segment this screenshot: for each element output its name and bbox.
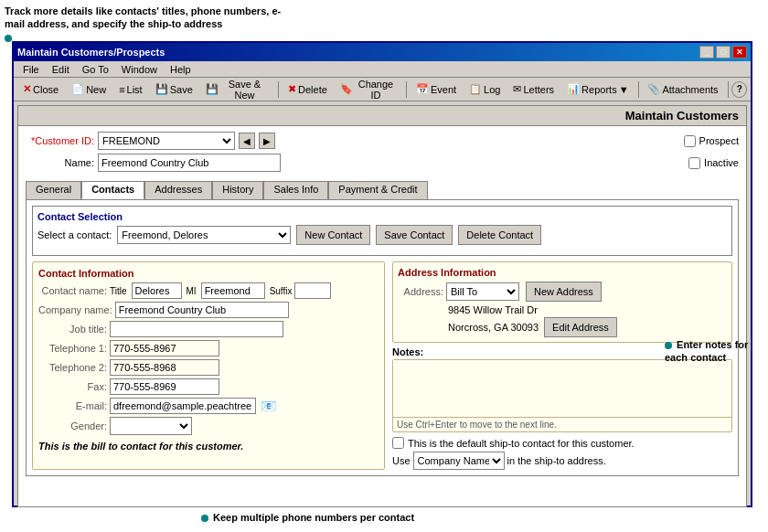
titlebar: Maintain Customers/Prospects _ □ ✕ — [14, 43, 751, 61]
menu-file[interactable]: File — [17, 63, 45, 76]
save-button[interactable]: 💾 Save — [150, 80, 198, 100]
customer-id-label: *Customer ID: — [26, 135, 94, 146]
window-title: Maintain Customers/Prospects — [17, 47, 699, 58]
toolbar: ✕ Close 📄 New ≡ List 💾 Save 💾 Save & New… — [14, 78, 751, 101]
close-button[interactable]: ✕ Close — [17, 80, 64, 100]
select-contact-label: Select a contact: — [37, 229, 112, 240]
letters-button[interactable]: ✉ Letters — [507, 80, 560, 100]
telephone1-input[interactable] — [110, 340, 219, 356]
email-label: E-mail: — [38, 400, 107, 411]
fax-row: Fax: — [38, 378, 379, 395]
save-new-icon: 💾 — [206, 83, 219, 95]
list-icon: ≡ — [119, 84, 124, 95]
attachments-button[interactable]: 📎 Attachments — [642, 80, 723, 100]
address-line2-row: Norcross, GA 30093 Edit Address — [448, 317, 727, 337]
right-column: Address Information Address: Bill To New… — [392, 261, 732, 470]
address-line2: Norcross, GA 30093 — [448, 322, 539, 333]
name-input[interactable] — [98, 154, 281, 172]
save-new-button[interactable]: 💾 Save & New — [200, 80, 274, 100]
help-button[interactable]: ? — [731, 81, 747, 98]
separator-4 — [728, 81, 729, 98]
event-button[interactable]: 📅 Event — [411, 80, 462, 100]
address-type-row: Address: Bill To New Address — [398, 282, 727, 302]
delete-button[interactable]: ✖ Delete — [283, 80, 333, 100]
delete-icon: ✖ — [288, 83, 296, 95]
notes-hint: Use Ctrl+Enter to move to the next line. — [393, 417, 731, 431]
inactive-checkbox-row: Inactive — [688, 157, 739, 169]
log-button[interactable]: 📋 Log — [464, 80, 506, 100]
company-label: Company name: — [38, 304, 112, 315]
letters-icon: ✉ — [513, 83, 521, 95]
two-col-layout: Contact Information Contact name: Title … — [32, 261, 732, 470]
menu-goto[interactable]: Go To — [77, 63, 114, 76]
close-window-button[interactable]: ✕ — [732, 46, 747, 59]
separator-2 — [406, 81, 407, 98]
callout-top: Track more details like contacts' titles… — [5, 5, 297, 44]
menu-edit[interactable]: Edit — [47, 63, 75, 76]
default-ship-checkbox[interactable] — [392, 437, 404, 449]
close-icon: ✕ — [23, 83, 31, 95]
telephone2-row: Telephone 2: — [38, 359, 379, 376]
notes-textarea[interactable] — [393, 360, 731, 415]
maximize-button[interactable]: □ — [716, 46, 731, 59]
titlebar-buttons: _ □ ✕ — [699, 46, 747, 59]
new-button[interactable]: 📄 New — [66, 80, 112, 100]
customer-id-row: *Customer ID: FREEMOND ◀ ▶ Prospect — [26, 132, 739, 150]
contact-info-header: Contact Information — [38, 268, 379, 279]
change-id-button[interactable]: 🔖 Change ID — [335, 80, 402, 100]
job-title-input[interactable] — [110, 321, 283, 337]
contact-select-row: Select a contact: Freemond, Delores New … — [37, 225, 727, 245]
name-row: Name: Inactive — [26, 154, 739, 172]
save-contact-button[interactable]: Save Contact — [376, 225, 453, 245]
customer-id-select[interactable]: FREEMOND — [98, 132, 235, 150]
address-type-select[interactable]: Bill To — [446, 282, 519, 301]
ship-to-section: This is the default ship-to contact for … — [392, 437, 732, 470]
fax-label: Fax: — [38, 381, 107, 392]
gender-select[interactable] — [110, 417, 192, 435]
contact-name-label: Contact name: — [38, 285, 107, 296]
minimize-button[interactable]: _ — [699, 46, 714, 59]
callout-right: Enter notes for each contact — [665, 338, 761, 365]
contacts-tab-content: Contact Selection Select a contact: Free… — [26, 199, 739, 476]
telephone2-input[interactable] — [110, 359, 219, 376]
suffix-input[interactable] — [294, 282, 331, 299]
prospect-checkbox[interactable] — [684, 135, 696, 147]
company-input[interactable] — [115, 302, 289, 318]
contact-dropdown[interactable]: Freemond, Delores — [117, 226, 291, 244]
gender-label: Gender: — [38, 420, 107, 431]
event-icon: 📅 — [416, 83, 429, 95]
contact-info-section: Contact Information Contact name: Title … — [32, 261, 385, 470]
telephone1-row: Telephone 1: — [38, 340, 379, 356]
reports-button[interactable]: 📊 Reports ▼ — [561, 80, 634, 100]
tab-contacts[interactable]: Contacts — [81, 181, 144, 199]
new-contact-button[interactable]: New Contact — [296, 225, 370, 245]
address-info-header: Address Information — [398, 267, 727, 278]
email-icon[interactable]: 📧 — [261, 399, 276, 413]
job-title-label: Job title: — [38, 324, 107, 335]
fax-input[interactable] — [110, 378, 219, 395]
use-company-row: Use Company Name in the ship-to address. — [392, 452, 732, 470]
inactive-checkbox[interactable] — [688, 157, 700, 169]
edit-address-button[interactable]: Edit Address — [544, 317, 617, 337]
job-title-row: Job title: — [38, 321, 379, 337]
tab-general[interactable]: General — [26, 181, 81, 199]
title-input[interactable] — [132, 282, 182, 299]
prev-customer-button[interactable]: ◀ — [239, 133, 255, 149]
mi-input[interactable] — [201, 282, 265, 299]
reports-dropdown-icon: ▼ — [619, 84, 629, 95]
menu-window[interactable]: Window — [116, 63, 163, 76]
menu-help[interactable]: Help — [165, 63, 197, 76]
telephone2-label: Telephone 2: — [38, 362, 107, 373]
next-customer-button[interactable]: ▶ — [259, 133, 275, 149]
list-button[interactable]: ≡ List — [113, 80, 148, 100]
tab-addresses[interactable]: Addresses — [144, 181, 212, 199]
tab-history[interactable]: History — [212, 181, 263, 199]
tab-sales-info[interactable]: Sales Info — [263, 181, 328, 199]
suffix-sublabel: Suffix — [270, 286, 293, 296]
tab-payment-credit[interactable]: Payment & Credit — [328, 181, 427, 199]
email-input[interactable] — [110, 398, 256, 414]
callout-bottom: Keep multiple phone numbers per contact — [201, 512, 414, 523]
use-type-select[interactable]: Company Name — [413, 452, 505, 470]
new-address-button[interactable]: New Address — [526, 282, 602, 302]
delete-contact-button[interactable]: Delete Contact — [458, 225, 541, 245]
